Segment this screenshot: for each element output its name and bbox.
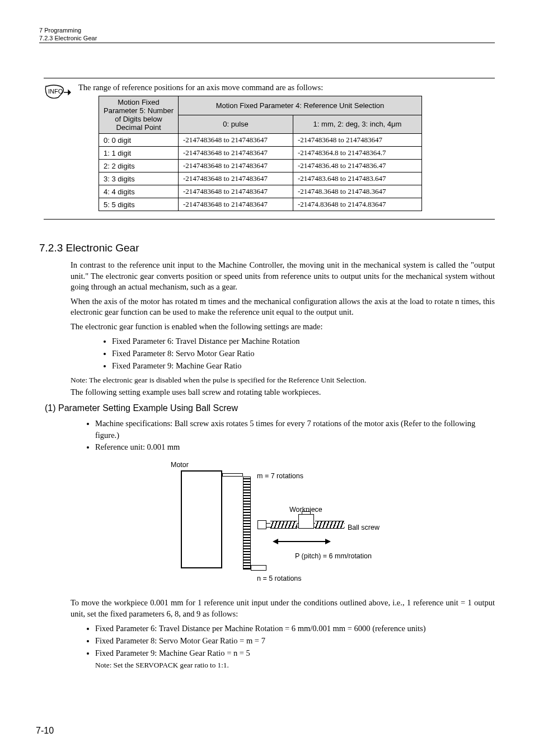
- screw-segment-shape: [270, 521, 297, 529]
- section-heading: 7.2.3 Electronic Gear: [39, 242, 495, 254]
- shaft-node-shape: [257, 520, 266, 529]
- table-row: 1: 1 digit-2147483648 to 2147483647-2147…: [99, 147, 422, 160]
- motor-label: Motor: [171, 461, 189, 469]
- th-units: 1: mm, 2: deg, 3: inch, 4μm: [293, 115, 422, 134]
- ballscrew-label: Ball screw: [348, 524, 380, 531]
- list-item: Fixed Parameter 9: Machine Gear Ratio: [112, 360, 495, 372]
- note-text: Note: The electronic gear is disabled wh…: [71, 376, 495, 385]
- screw-segment-shape: [315, 521, 344, 529]
- para-1: In contrast to the reference unit input …: [71, 260, 495, 293]
- fixed-param-list: Fixed Parameter 6: Travel Distance per M…: [112, 335, 495, 372]
- svg-text:INFO: INFO: [48, 88, 63, 95]
- list-item: Fixed Parameter 8: Servo Motor Gear Rati…: [95, 635, 495, 647]
- list-item: Reference unit: 0.001 mm: [95, 441, 495, 453]
- info-intro-text: The range of reference positions for an …: [78, 83, 495, 92]
- n-rotations-label: n = 5 rotations: [257, 575, 302, 582]
- chapter-label: 7 Programming: [39, 27, 495, 34]
- workpiece-box-shape: [298, 514, 314, 529]
- info-box: INFO The range of reference positions fo…: [44, 78, 495, 220]
- vertical-shaft-shape: [243, 477, 251, 570]
- motor-box-shape: [181, 470, 222, 568]
- th-pulse: 0: pulse: [179, 115, 293, 134]
- gear-bottom-shape: [251, 565, 266, 571]
- table-row: 4: 4 digits-2147483648 to 2147483647-214…: [99, 185, 422, 198]
- table-row: 3: 3 digits-2147483648 to 2147483647-214…: [99, 172, 422, 185]
- list-item: Fixed Parameter 6: Travel Distance per M…: [95, 623, 495, 635]
- list-item: Fixed Parameter 6: Travel Distance per M…: [112, 335, 495, 348]
- closing-para: To move the workpiece 0.001 mm for 1 ref…: [71, 598, 495, 619]
- spec-list: Machine specifications: Ball screw axis …: [95, 418, 495, 453]
- para-2: When the axis of the motor has rotated m…: [71, 296, 495, 318]
- pitch-label: P (pitch) = 6 mm/rotation: [295, 552, 372, 560]
- sub-heading: (1) Parameter Setting Example Using Ball…: [45, 403, 495, 413]
- para-3: The electronic gear function is enabled …: [71, 321, 495, 333]
- arrow-line-shape: [277, 541, 326, 542]
- reference-range-table: Motion Fixed Parameter 5: Number of Digi…: [99, 96, 422, 211]
- section-small-label: 7.2.3 Electronic Gear: [39, 35, 495, 43]
- table-row: 2: 2 digits-2147483648 to 2147483647-214…: [99, 160, 422, 172]
- m-rotations-label: m = 7 rotations: [257, 472, 303, 480]
- final-note: Note: Set the SERVOPACK gear ratio to 1:…: [95, 661, 495, 670]
- th-param5: Motion Fixed Parameter 5: Number of Digi…: [99, 96, 179, 134]
- info-icon: INFO: [44, 84, 72, 101]
- gear-top-shape: [222, 473, 243, 477]
- table-row: 5: 5 digits-2147483648 to 2147483647-214…: [99, 198, 422, 211]
- ball-screw-diagram: Motor m = 7 rotations Workpiece Ball scr…: [127, 461, 407, 590]
- table-row: 0: 0 digit-2147483648 to 2147483647-2147…: [99, 134, 422, 147]
- list-item: Fixed Parameter 8: Servo Motor Gear Rati…: [112, 348, 495, 360]
- arrow-left-icon: [273, 539, 278, 544]
- final-param-list: Fixed Parameter 6: Travel Distance per M…: [95, 623, 495, 659]
- arrow-right-icon: [325, 539, 331, 544]
- list-item: Machine specifications: Ball screw axis …: [95, 418, 495, 441]
- para-4: The following setting example uses ball …: [71, 387, 495, 398]
- th-param4: Motion Fixed Parameter 4: Reference Unit…: [179, 96, 422, 115]
- page-number: 7-10: [36, 726, 54, 736]
- list-item: Fixed Parameter 9: Machine Gear Ratio = …: [95, 647, 495, 660]
